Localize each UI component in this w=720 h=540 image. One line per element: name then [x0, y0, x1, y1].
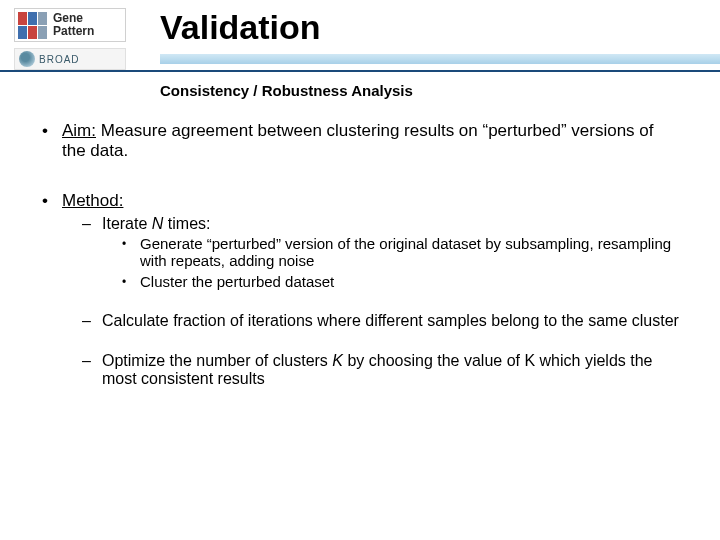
- bullet-method: Method: Iterate N times: Generate “pertu…: [62, 191, 680, 388]
- slide-subtitle: Consistency / Robustness Analysis: [160, 82, 720, 99]
- method-label: Method:: [62, 191, 123, 210]
- aim-label: Aim:: [62, 121, 96, 140]
- genepattern-logo-text: Gene Pattern: [53, 12, 94, 38]
- slide-content: Aim: Measure agreement between clusterin…: [40, 121, 680, 388]
- title-stripe: [160, 54, 720, 64]
- aim-text: Measure agreement between clustering res…: [62, 121, 654, 160]
- slide-title: Validation: [160, 8, 321, 47]
- broad-logo: BROAD: [14, 48, 126, 70]
- bullet-aim: Aim: Measure agreement between clusterin…: [62, 121, 680, 161]
- iterate-sub-cluster: Cluster the perturbed dataset: [140, 273, 680, 290]
- optimize-prefix: Optimize the number of clusters: [102, 352, 332, 369]
- method-calculate: Calculate fraction of iterations where d…: [102, 312, 680, 330]
- slide-header: Gene Pattern BROAD Validation: [0, 0, 720, 72]
- method-iterate: Iterate N times: Generate “perturbed” ve…: [102, 215, 680, 290]
- iterate-prefix: Iterate: [102, 215, 152, 232]
- iterate-sub-generate: Generate “perturbed” version of the orig…: [140, 235, 680, 269]
- iterate-suffix: times:: [163, 215, 210, 232]
- broad-logo-text: BROAD: [39, 54, 80, 65]
- broad-swirl-icon: [19, 51, 35, 67]
- logo-block: Gene Pattern BROAD: [14, 8, 126, 70]
- genepattern-logo: Gene Pattern: [14, 8, 126, 42]
- method-optimize: Optimize the number of clusters K by cho…: [102, 352, 680, 388]
- iterate-var: N: [152, 215, 164, 232]
- optimize-var: K: [332, 352, 343, 369]
- logo-swatch-icon: [18, 12, 47, 39]
